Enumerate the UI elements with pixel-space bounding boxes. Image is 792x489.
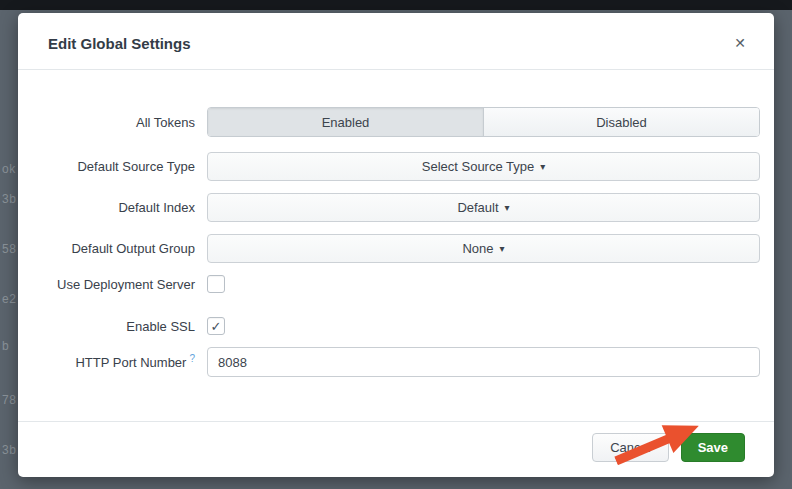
background-text-fragment: 58 — [2, 242, 16, 256]
default-index-dropdown[interactable]: Default ▾ — [207, 193, 760, 222]
cancel-button[interactable]: Cancel — [592, 433, 668, 462]
caret-down-icon: ▾ — [500, 243, 505, 254]
use-deployment-server-checkbox[interactable] — [207, 275, 225, 293]
default-source-type-dropdown[interactable]: Select Source Type ▾ — [207, 152, 760, 181]
caret-down-icon: ▾ — [540, 161, 545, 172]
form-row-enable-ssl: Enable SSL ✓ — [45, 313, 760, 339]
checkmark-icon: ✓ — [211, 320, 222, 333]
default-index-value: Default — [457, 200, 498, 215]
all-tokens-label: All Tokens — [45, 115, 195, 130]
top-app-bar — [0, 0, 792, 10]
default-output-group-value: None — [462, 241, 493, 256]
background-text-fragment: b — [2, 339, 9, 353]
default-source-type-label: Default Source Type — [45, 159, 195, 174]
background-text-fragment: 78 — [2, 393, 16, 407]
background-text-fragment: ok — [2, 162, 16, 176]
save-button[interactable]: Save — [681, 433, 745, 462]
form-row-default-source-type: Default Source Type Select Source Type ▾ — [45, 152, 760, 181]
form-row-all-tokens: All Tokens Enabled Disabled — [45, 107, 760, 137]
all-tokens-toggle: Enabled Disabled — [207, 107, 760, 137]
http-port-input[interactable] — [207, 347, 760, 377]
use-deployment-server-label: Use Deployment Server — [45, 277, 195, 292]
form-row-default-index: Default Index Default ▾ — [45, 193, 760, 222]
enable-ssl-checkbox[interactable]: ✓ — [207, 317, 225, 335]
default-output-group-dropdown[interactable]: None ▾ — [207, 234, 760, 263]
all-tokens-enabled-button[interactable]: Enabled — [208, 108, 483, 136]
all-tokens-disabled-button[interactable]: Disabled — [483, 108, 759, 136]
http-port-label: HTTP Port Number? — [45, 353, 195, 370]
form-row-use-deployment-server: Use Deployment Server — [45, 271, 760, 297]
background-text-fragment: 3b — [2, 443, 16, 457]
background-text-fragment: e2 — [2, 292, 16, 306]
help-icon[interactable]: ? — [189, 353, 195, 364]
form-row-http-port: HTTP Port Number? — [45, 347, 760, 377]
close-icon[interactable]: ✕ — [732, 34, 748, 52]
default-output-group-label: Default Output Group — [45, 241, 195, 256]
dialog-title: Edit Global Settings — [48, 35, 191, 52]
default-index-label: Default Index — [45, 200, 195, 215]
edit-global-settings-dialog: Edit Global Settings ✕ All Tokens Enable… — [18, 13, 774, 477]
caret-down-icon: ▾ — [505, 202, 510, 213]
form-row-default-output-group: Default Output Group None ▾ — [45, 234, 760, 263]
enable-ssl-label: Enable SSL — [45, 319, 195, 334]
dialog-header: Edit Global Settings ✕ — [18, 13, 774, 70]
dialog-footer: Cancel Save — [18, 421, 774, 477]
background-text-fragment: 3b — [2, 192, 16, 206]
default-source-type-value: Select Source Type — [422, 159, 535, 174]
